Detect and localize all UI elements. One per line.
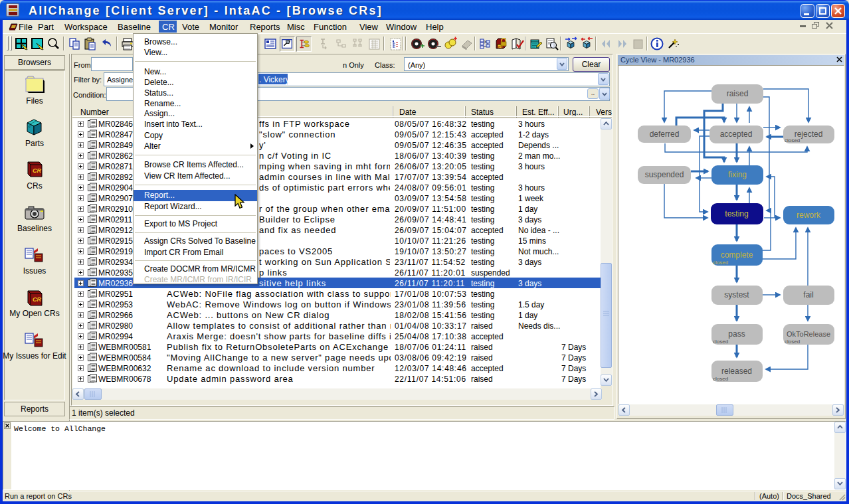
svg-text:raised: raised [727,89,749,98]
svg-text:closed: closed [785,339,800,345]
svg-text:closed: closed [713,339,728,345]
svg-text:closed: closed [713,376,728,382]
svg-text:complete: complete [721,250,753,260]
svg-text:OkToRelease: OkToRelease [787,330,830,338]
svg-text:released: released [721,367,752,376]
svg-text:rework: rework [797,210,821,220]
svg-text:closed: closed [713,260,728,266]
svg-text:closed: closed [785,137,800,143]
svg-text:pass: pass [728,329,745,339]
svg-text:systest: systest [724,290,749,299]
svg-text:testing: testing [725,209,748,218]
svg-text:deferred: deferred [650,129,680,139]
svg-text:suspended: suspended [645,170,684,179]
svg-text:accepted: accepted [720,129,753,139]
svg-text:fail: fail [803,290,813,299]
svg-text:fixing: fixing [728,170,747,179]
svg-text:CR: CR [33,296,41,303]
svg-text:CR: CR [33,167,41,174]
